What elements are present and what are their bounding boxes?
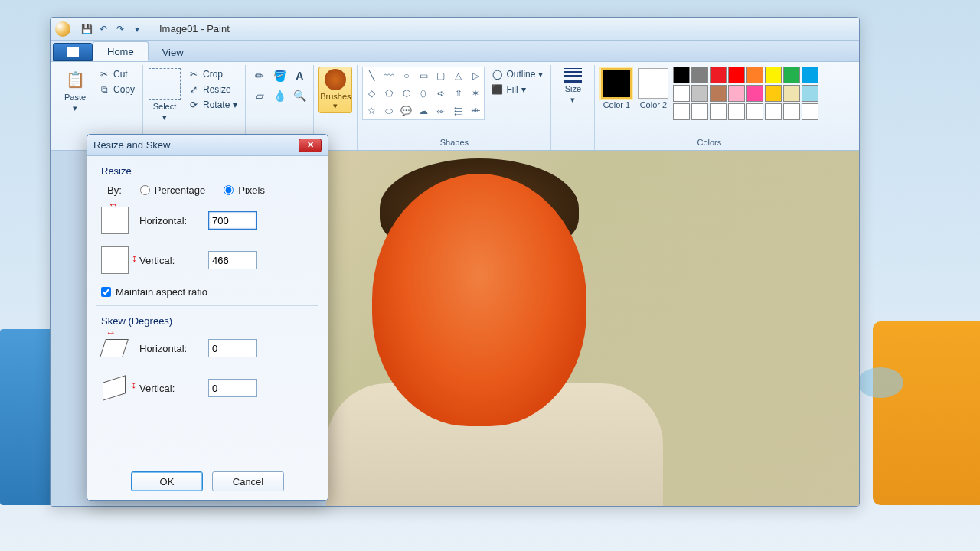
shape-option[interactable]: ⬡ [398, 85, 416, 103]
shape-option[interactable]: ▷ [467, 67, 485, 85]
color-swatch[interactable] [691, 103, 708, 120]
dialog-titlebar[interactable]: Resize and Skew ✕ [87, 135, 328, 156]
shapes-gallery[interactable]: ╲〰○▭▢△▷◇⬠⬡⬯➪⇧✶☆⬭💬☁⬰⬱⬲ [362, 67, 485, 120]
shape-option[interactable]: ⬲ [467, 102, 485, 119]
qat-save-button[interactable]: 💾 [80, 23, 93, 35]
color-swatch[interactable] [783, 85, 800, 102]
aspect-ratio-checkbox[interactable] [101, 287, 111, 297]
paste-button[interactable]: 📋 Paste▾ [58, 67, 92, 115]
tab-home[interactable]: Home [93, 41, 149, 61]
fill-tool[interactable]: 🪣 [270, 67, 289, 85]
color-swatch[interactable] [746, 85, 763, 102]
color2-button[interactable]: Color 2 [636, 67, 670, 111]
color-swatch[interactable] [673, 67, 690, 83]
shape-option[interactable]: ○ [398, 67, 416, 85]
magnifier-tool[interactable]: 🔍 [290, 86, 309, 105]
shape-option[interactable]: ╲ [363, 67, 381, 85]
group-size: Size▾ [551, 65, 595, 150]
radio-pixels[interactable]: Pixels [224, 184, 265, 196]
scissors-icon: ✂ [98, 68, 110, 80]
outline-icon: ◯ [491, 68, 503, 80]
file-menu-button[interactable] [53, 43, 93, 61]
select-button[interactable]: Select▾ [148, 67, 181, 124]
shape-option[interactable]: △ [449, 67, 467, 85]
pencil-tool[interactable]: ✏ [250, 67, 269, 85]
text-tool[interactable]: A [290, 67, 309, 85]
close-icon: ✕ [307, 140, 314, 150]
crop-button[interactable]: ✂Crop [185, 67, 240, 82]
qat-undo-button[interactable]: ↶ [97, 23, 109, 35]
cut-button[interactable]: ✂Cut [95, 67, 138, 82]
by-label: By: [107, 184, 122, 196]
shape-option[interactable]: ⬰ [433, 102, 450, 119]
resize-horizontal-icon [101, 207, 129, 234]
color-swatch[interactable] [802, 85, 818, 102]
color-swatch[interactable] [673, 85, 690, 102]
shape-option[interactable]: ⬯ [415, 85, 433, 103]
color-swatch[interactable] [802, 103, 818, 120]
color-swatch[interactable] [710, 85, 727, 102]
canvas-image [326, 151, 859, 506]
eraser-tool[interactable]: ▱ [250, 86, 269, 105]
desktop-decor-left [0, 329, 54, 505]
shape-option[interactable]: ☆ [363, 102, 381, 119]
shape-option[interactable]: ▢ [433, 67, 450, 85]
tab-view[interactable]: View [149, 43, 198, 61]
color-swatch[interactable] [746, 103, 763, 120]
color-swatch[interactable] [765, 85, 782, 102]
color-swatch[interactable] [673, 103, 690, 120]
aspect-ratio-label: Maintain aspect ratio [116, 286, 207, 298]
titlebar[interactable]: 💾 ↶ ↷ ▾ Image01 - Paint [51, 18, 859, 41]
qat-customize-button[interactable]: ▾ [131, 23, 143, 35]
shape-option[interactable]: ☁ [415, 102, 433, 119]
color-swatch[interactable] [765, 67, 782, 83]
skew-horizontal-input[interactable] [208, 339, 257, 357]
copy-button[interactable]: ⧉Copy [95, 82, 138, 97]
color-swatch[interactable] [746, 67, 763, 83]
color-swatch[interactable] [691, 85, 708, 102]
resize-section-label: Resize [101, 165, 314, 177]
shape-option[interactable]: ⇧ [449, 85, 467, 103]
brushes-button[interactable]: Brushes▾ [318, 67, 352, 113]
shape-fill-button[interactable]: ⬛Fill ▾ [488, 82, 546, 97]
shape-option[interactable]: ⬭ [381, 102, 398, 119]
group-shapes: ╲〰○▭▢△▷◇⬠⬡⬯➪⇧✶☆⬭💬☁⬰⬱⬲ ◯Outline ▾ ⬛Fill ▾… [358, 65, 551, 150]
qat-redo-button[interactable]: ↷ [114, 23, 126, 35]
shape-option[interactable]: 💬 [398, 102, 416, 119]
color-swatch[interactable] [783, 67, 800, 83]
shape-option[interactable]: ➪ [433, 85, 450, 103]
resize-button[interactable]: ⤢Resize [185, 82, 240, 97]
rotate-button[interactable]: ⟳Rotate ▾ [185, 97, 240, 112]
dialog-close-button[interactable]: ✕ [299, 139, 322, 152]
color1-button[interactable]: Color 1 [599, 67, 633, 111]
radio-percentage[interactable]: Percentage [140, 184, 206, 196]
window-title: Image01 - Paint [159, 23, 230, 34]
resize-horizontal-input[interactable] [208, 211, 257, 230]
color-swatch[interactable] [691, 67, 708, 83]
color-swatch[interactable] [765, 103, 782, 120]
dialog-title: Resize and Skew [93, 139, 299, 151]
picker-tool[interactable]: 💧 [270, 86, 289, 105]
shape-option[interactable]: ⬠ [381, 85, 398, 103]
resize-vertical-input[interactable] [208, 251, 257, 269]
color-swatch[interactable] [710, 67, 727, 83]
ribbon-tabstrip: Home View [51, 41, 859, 62]
shape-option[interactable]: ⬱ [449, 102, 467, 119]
skew-vertical-input[interactable] [208, 379, 257, 397]
shape-option[interactable]: ◇ [363, 85, 381, 103]
color-swatch[interactable] [728, 103, 745, 120]
shape-option[interactable]: 〰 [381, 67, 398, 85]
cancel-button[interactable]: Cancel [212, 471, 284, 491]
color-swatch[interactable] [783, 103, 800, 120]
color-swatch[interactable] [728, 67, 745, 83]
shape-option[interactable]: ▭ [415, 67, 433, 85]
size-button[interactable]: Size▾ [556, 67, 590, 106]
shape-outline-button[interactable]: ◯Outline ▾ [488, 67, 546, 82]
ok-button[interactable]: OK [131, 471, 203, 491]
fill-icon: ⬛ [491, 83, 503, 96]
color-swatch[interactable] [728, 85, 745, 102]
color-palette[interactable] [673, 67, 818, 120]
color-swatch[interactable] [710, 103, 727, 120]
color-swatch[interactable] [802, 67, 818, 83]
shape-option[interactable]: ✶ [467, 85, 485, 103]
